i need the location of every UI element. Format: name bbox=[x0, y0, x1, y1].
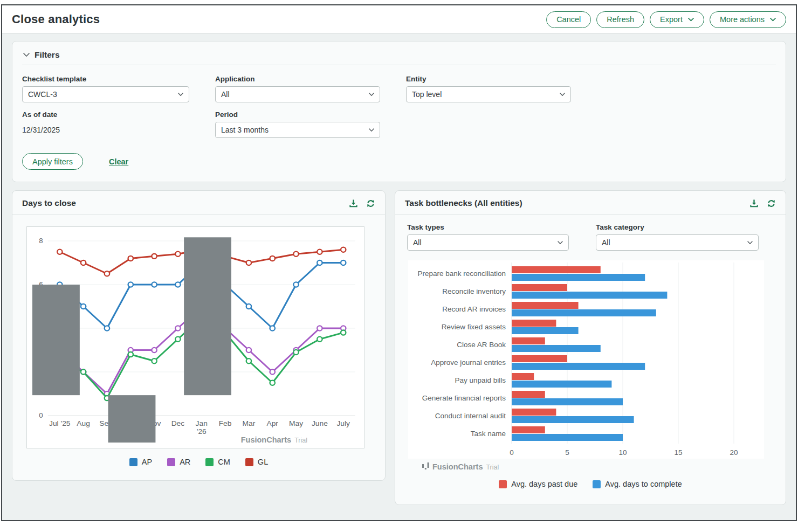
legend-label: AP bbox=[142, 458, 152, 466]
fusioncharts-watermark: FusionCharts Trial bbox=[422, 462, 786, 471]
filters-section-label: Filters bbox=[35, 50, 60, 60]
checklist-template-label: Checklist template bbox=[22, 75, 189, 83]
svg-text:15: 15 bbox=[674, 448, 682, 457]
days-to-close-title: Days to close bbox=[22, 198, 76, 208]
fusioncharts-logo-icon bbox=[422, 462, 429, 469]
period-select[interactable]: Last 3 months bbox=[215, 122, 380, 138]
card-icons bbox=[349, 199, 375, 208]
topbar: Close analytics Cancel Refresh Export Mo… bbox=[2, 5, 796, 34]
apply-filters-button[interactable]: Apply filters bbox=[22, 153, 83, 170]
as-of-date-value: 12/31/2025 bbox=[22, 122, 189, 134]
svg-text:Generate financial reports: Generate financial reports bbox=[422, 394, 506, 402]
period-field: Period Last 3 months bbox=[215, 110, 380, 138]
task-bottlenecks-title: Task bottlenecks (All entities) bbox=[405, 198, 522, 208]
legend-label: Avg. days past due bbox=[511, 480, 577, 488]
days-to-close-legend: APARCMGL bbox=[12, 458, 385, 480]
export-button-label: Export bbox=[660, 15, 683, 24]
entity-field: Entity Top level bbox=[406, 75, 571, 102]
download-icon[interactable] bbox=[749, 199, 759, 208]
watermark-suffix: Trial bbox=[294, 437, 307, 444]
task-types-select[interactable]: All bbox=[407, 234, 569, 251]
legend-item[interactable]: AR bbox=[167, 458, 190, 466]
checklist-template-field: Checklist template CWCL-3 bbox=[22, 75, 189, 102]
fusioncharts-watermark: FusionCharts Trial bbox=[32, 222, 307, 444]
as-of-date-field: As of date 12/31/2025 bbox=[22, 110, 189, 138]
card-icons bbox=[749, 199, 776, 208]
legend-item[interactable]: GL bbox=[245, 458, 268, 466]
refresh-button-label: Refresh bbox=[607, 15, 634, 24]
divider bbox=[22, 65, 776, 65]
page-title: Close analytics bbox=[12, 12, 100, 26]
entity-select[interactable]: Top level bbox=[406, 86, 571, 102]
entity-label: Entity bbox=[406, 75, 571, 83]
filters-panel: Filters Checklist template CWCL-3 bbox=[12, 41, 786, 182]
refresh-icon[interactable] bbox=[767, 199, 776, 208]
chevron-down-icon bbox=[369, 93, 374, 96]
task-bottlenecks-chart: 05101520Prepare bank reconciliationRecon… bbox=[408, 260, 764, 459]
collapse-chevron-icon[interactable] bbox=[23, 53, 30, 57]
cancel-button-label: Cancel bbox=[556, 15, 581, 24]
checklist-template-select[interactable]: CWCL-3 bbox=[22, 86, 189, 102]
page: Close analytics Cancel Refresh Export Mo… bbox=[0, 0, 798, 532]
apply-filters-label: Apply filters bbox=[32, 157, 73, 166]
task-category-value: All bbox=[602, 238, 610, 247]
application-value: All bbox=[221, 90, 230, 99]
watermark-suffix: Trial bbox=[486, 464, 499, 471]
cancel-button[interactable]: Cancel bbox=[546, 11, 591, 28]
download-icon[interactable] bbox=[349, 199, 358, 208]
refresh-button[interactable]: Refresh bbox=[596, 11, 644, 28]
legend-swatch bbox=[245, 458, 253, 466]
task-category-field: Task category All bbox=[596, 223, 759, 251]
charts-row: Days to close bbox=[12, 190, 786, 505]
task-category-select[interactable]: All bbox=[596, 234, 759, 251]
days-to-close-chart: 02468Jul '25AugSeptOctNovDecJan'26FebMar… bbox=[26, 226, 364, 448]
chevron-down-icon bbox=[770, 18, 776, 22]
legend-item[interactable]: Avg. days to complete bbox=[593, 480, 682, 488]
task-category-label: Task category bbox=[596, 223, 759, 231]
export-button[interactable]: Export bbox=[650, 11, 704, 28]
as-of-date-label: As of date bbox=[22, 110, 189, 119]
checklist-template-value: CWCL-3 bbox=[28, 90, 57, 99]
svg-text:Pay unpaid bills: Pay unpaid bills bbox=[455, 376, 506, 384]
chevron-down-icon bbox=[747, 241, 753, 245]
svg-text:June: June bbox=[312, 419, 328, 427]
header-actions: Cancel Refresh Export More actions bbox=[546, 11, 786, 28]
filters-header[interactable]: Filters bbox=[22, 48, 776, 65]
chevron-down-icon bbox=[688, 18, 694, 22]
fusioncharts-logo-icon bbox=[32, 222, 238, 443]
chevron-down-icon bbox=[560, 93, 565, 96]
application-select[interactable]: All bbox=[215, 86, 380, 102]
svg-text:Task name: Task name bbox=[471, 430, 506, 438]
legend-label: GL bbox=[258, 458, 268, 466]
legend-item[interactable]: CM bbox=[205, 458, 230, 466]
entity-value: Top level bbox=[412, 90, 442, 99]
refresh-icon[interactable] bbox=[366, 199, 375, 208]
legend-swatch bbox=[593, 480, 601, 488]
legend-label: CM bbox=[218, 458, 230, 466]
svg-text:July: July bbox=[336, 419, 350, 427]
task-types-label: Task types bbox=[407, 223, 569, 231]
clear-filters-link[interactable]: Clear bbox=[109, 157, 128, 166]
filters-actions: Apply filters Clear bbox=[22, 153, 776, 170]
period-label: Period bbox=[215, 110, 380, 119]
watermark-brand: FusionCharts bbox=[432, 462, 483, 471]
more-actions-button[interactable]: More actions bbox=[710, 11, 786, 28]
svg-text:20: 20 bbox=[730, 448, 738, 457]
legend-label: Avg. days to complete bbox=[605, 480, 682, 488]
svg-text:Record AR invoices: Record AR invoices bbox=[442, 305, 506, 313]
task-bottlenecks-card: Task bottlenecks (All entities) bbox=[395, 190, 786, 505]
task-types-field: Task types All bbox=[407, 223, 569, 251]
legend-item[interactable]: Avg. days past due bbox=[499, 480, 577, 488]
chevron-down-icon bbox=[178, 93, 183, 96]
svg-text:10: 10 bbox=[618, 448, 627, 457]
legend-swatch bbox=[205, 458, 214, 466]
filter-grid: Checklist template CWCL-3 Application Al… bbox=[22, 75, 776, 138]
task-bottlenecks-header: Task bottlenecks (All entities) bbox=[395, 191, 786, 215]
task-bottlenecks-legend: Avg. days past dueAvg. days to complete bbox=[395, 480, 786, 505]
legend-swatch bbox=[167, 458, 175, 466]
svg-text:Approve journal entries: Approve journal entries bbox=[431, 358, 506, 367]
legend-swatch bbox=[499, 480, 507, 488]
content: Filters Checklist template CWCL-3 bbox=[2, 34, 796, 505]
legend-item[interactable]: AP bbox=[129, 458, 152, 466]
svg-text:Review fixed assets: Review fixed assets bbox=[442, 323, 506, 331]
